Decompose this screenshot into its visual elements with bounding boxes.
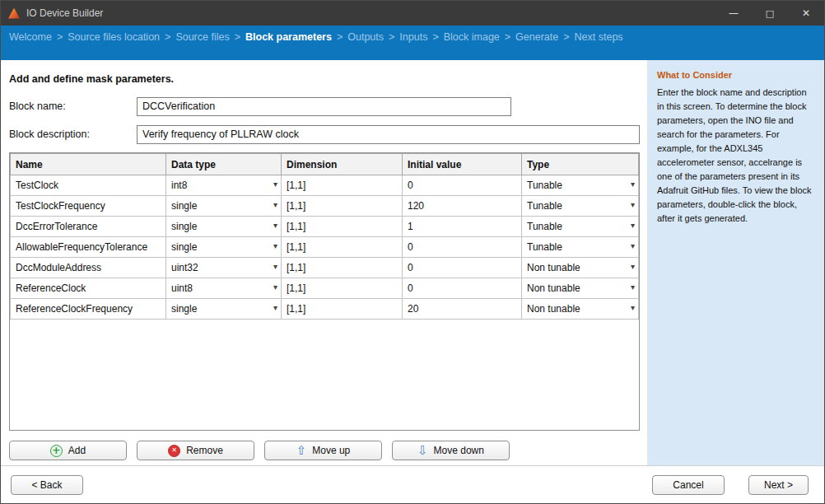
remove-button-label: Remove <box>186 445 223 456</box>
dimension-cell[interactable]: [1,1] <box>282 278 403 299</box>
minimize-icon[interactable]: — <box>715 1 752 26</box>
table-row: ReferenceClockuint8▾[1,1]0Non tunable▾ <box>11 278 639 299</box>
initial-value-cell[interactable]: 20 <box>403 299 522 320</box>
chevron-down-icon: ▾ <box>273 262 277 271</box>
remove-icon: ✕ <box>168 445 180 457</box>
type-dropdown[interactable]: Non tunable▾ <box>522 299 639 320</box>
param-name-cell[interactable]: DccErrorTolerance <box>11 217 166 237</box>
breadcrumb-step-block-image[interactable]: Block image <box>444 31 500 43</box>
data-type-dropdown[interactable]: single▾ <box>166 196 282 217</box>
dimension-cell[interactable]: [1,1] <box>282 258 403 278</box>
breadcrumb-step-outputs[interactable]: Outputs <box>347 31 384 43</box>
param-name-cell[interactable]: TestClock <box>11 175 166 196</box>
dimension-cell[interactable]: [1,1] <box>282 175 403 196</box>
column-header-dimension[interactable]: Dimension <box>282 154 403 175</box>
dimension-cell[interactable]: [1,1] <box>282 299 403 320</box>
remove-button[interactable]: ✕ Remove <box>137 441 254 460</box>
initial-value-cell[interactable]: 0 <box>403 175 522 196</box>
type-dropdown[interactable]: Tunable▾ <box>522 196 639 217</box>
dimension-cell[interactable]: [1,1] <box>282 196 403 217</box>
table-row: DccErrorTolerancesingle▾[1,1]1Tunable▾ <box>11 217 639 237</box>
block-name-row: Block name: <box>9 96 640 116</box>
breadcrumb-separator: > <box>432 31 438 43</box>
data-type-dropdown-value: uint32 <box>171 262 198 273</box>
initial-value-cell[interactable]: 0 <box>403 237 522 258</box>
initial-value-cell[interactable]: 0 <box>403 258 522 278</box>
chevron-down-icon: ▾ <box>631 241 635 250</box>
content: Add and define mask parameters. Block na… <box>1 60 824 465</box>
move-up-button[interactable]: ⇧ Move up <box>264 441 382 460</box>
cancel-button[interactable]: Cancel <box>652 475 725 495</box>
breadcrumb-separator: > <box>505 31 510 43</box>
type-dropdown[interactable]: Tunable▾ <box>522 217 639 237</box>
data-type-dropdown-value: int8 <box>171 180 187 191</box>
table-actions: + Add ✕ Remove ⇧ Move up ⇩ Move down <box>9 441 640 460</box>
chevron-down-icon: ▾ <box>631 262 635 271</box>
param-name-cell[interactable]: ReferenceClockFrequency <box>11 299 166 320</box>
block-name-input[interactable] <box>137 97 511 116</box>
column-header-name[interactable]: Name <box>11 154 166 175</box>
parameters-table: NameData typeDimensionInitial valueType … <box>9 152 640 431</box>
data-type-dropdown-value: single <box>171 241 197 253</box>
close-icon[interactable]: ✕ <box>788 1 824 26</box>
type-dropdown[interactable]: Tunable▾ <box>522 175 639 196</box>
dimension-cell[interactable]: [1,1] <box>282 237 403 258</box>
block-description-row: Block description: <box>9 124 640 144</box>
breadcrumb-step-welcome[interactable]: Welcome <box>9 31 52 43</box>
chevron-down-icon: ▾ <box>631 221 635 230</box>
move-down-button[interactable]: ⇩ Move down <box>392 441 510 460</box>
breadcrumb-step-source-files-location[interactable]: Source files location <box>68 31 160 43</box>
param-name-cell[interactable]: AllowableFrequencyTolerance <box>11 237 166 258</box>
column-header-type[interactable]: Type <box>522 154 639 175</box>
data-type-dropdown[interactable]: uint32▾ <box>166 258 282 278</box>
next-button[interactable]: Next > <box>748 475 809 495</box>
data-type-dropdown[interactable]: uint8▾ <box>166 278 282 299</box>
initial-value-cell[interactable]: 0 <box>403 278 522 299</box>
chevron-down-icon: ▾ <box>273 241 277 250</box>
breadcrumb: Welcome>Source files location>Source fil… <box>1 26 824 60</box>
maximize-icon[interactable]: □ <box>752 1 788 26</box>
table-row: AllowableFrequencyTolerancesingle▾[1,1]0… <box>11 237 639 258</box>
data-type-dropdown[interactable]: single▾ <box>166 237 282 258</box>
breadcrumb-step-generate[interactable]: Generate <box>515 31 558 43</box>
breadcrumb-step-next-steps[interactable]: Next steps <box>575 31 623 43</box>
initial-value-cell[interactable]: 120 <box>403 196 522 217</box>
chevron-down-icon: ▾ <box>631 282 635 292</box>
column-header-data-type[interactable]: Data type <box>166 154 282 175</box>
breadcrumb-separator: > <box>337 31 343 43</box>
type-dropdown-value: Non tunable <box>527 303 580 315</box>
add-button[interactable]: + Add <box>9 441 127 460</box>
sidebar-title: What to Consider <box>657 70 814 80</box>
breadcrumb-step-source-files[interactable]: Source files <box>175 31 229 43</box>
param-name-cell[interactable]: TestClockFrequency <box>11 196 166 217</box>
back-button[interactable]: < Back <box>11 475 83 495</box>
dimension-cell[interactable]: [1,1] <box>282 217 403 237</box>
param-name-cell[interactable]: ReferenceClock <box>11 278 166 299</box>
type-dropdown-value: Tunable <box>527 241 562 253</box>
data-type-dropdown[interactable]: single▾ <box>166 299 282 320</box>
footer-right-buttons: Cancel Next > <box>652 475 809 495</box>
initial-value-cell[interactable]: 1 <box>403 217 522 237</box>
column-header-initial-value[interactable]: Initial value <box>403 154 522 175</box>
breadcrumb-step-inputs[interactable]: Inputs <box>399 31 427 43</box>
page-title: Add and define mask parameters. <box>9 73 640 85</box>
move-down-button-label: Move down <box>434 445 484 456</box>
io-device-builder-window: IO Device Builder — □ ✕ Welcome>Source f… <box>0 0 825 504</box>
chevron-down-icon: ▾ <box>273 180 277 189</box>
chevron-down-icon: ▾ <box>273 303 277 312</box>
breadcrumb-step-block-parameters[interactable]: Block parameters <box>245 31 332 43</box>
block-name-label: Block name: <box>9 100 137 112</box>
window-title: IO Device Builder <box>26 7 103 19</box>
data-type-dropdown[interactable]: single▾ <box>166 217 282 237</box>
block-description-input[interactable] <box>137 125 640 144</box>
param-name-cell[interactable]: DccModuleAddress <box>11 258 166 278</box>
add-icon: + <box>50 445 63 457</box>
type-dropdown[interactable]: Tunable▾ <box>522 237 639 258</box>
table-row: ReferenceClockFrequencysingle▾[1,1]20Non… <box>11 299 639 320</box>
move-down-icon: ⇩ <box>417 445 428 457</box>
type-dropdown[interactable]: Non tunable▾ <box>522 258 639 278</box>
type-dropdown-value: Non tunable <box>527 282 580 294</box>
titlebar: IO Device Builder — □ ✕ <box>1 1 824 26</box>
data-type-dropdown[interactable]: int8▾ <box>166 175 282 196</box>
type-dropdown[interactable]: Non tunable▾ <box>522 278 639 299</box>
